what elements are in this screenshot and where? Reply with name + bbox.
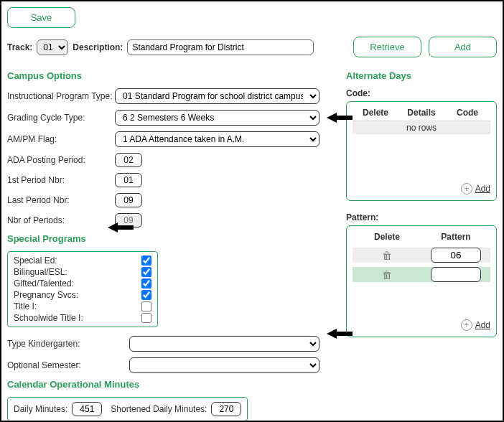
first-period-nbr-label: 1st Period Nbr: [7, 175, 115, 185]
code-label: Code: [346, 88, 497, 98]
nbr-of-periods-input [115, 213, 142, 228]
special-program-label: Title I: [14, 301, 37, 311]
trash-icon[interactable]: 🗑 [382, 269, 392, 281]
description-input[interactable] [127, 39, 314, 55]
pattern-row: 🗑 [353, 267, 490, 282]
pattern-input[interactable] [431, 248, 481, 263]
shortened-daily-minutes-label: Shortened Daily Minutes: [111, 404, 207, 414]
shortened-daily-minutes-input[interactable] [211, 402, 241, 416]
calendar-operational-minutes-header: Calendar Operational Minutes [7, 379, 337, 390]
pattern-col-pattern: Pattern [421, 232, 490, 242]
track-label: Track: [7, 42, 32, 52]
save-button[interactable]: Save [7, 7, 75, 28]
special-program-checkbox[interactable] [141, 313, 151, 323]
daily-minutes-label: Daily Minutes: [14, 404, 67, 414]
trash-icon[interactable]: 🗑 [382, 250, 392, 261]
special-program-label: Schoolwide Title I: [14, 313, 83, 323]
special-programs-box: Special Ed:Bilingual/ESL:Gifted/Talented… [7, 251, 158, 327]
pattern-row: 🗑 [353, 248, 490, 263]
minutes-box: Daily Minutes: Shortened Daily Minutes: [7, 397, 248, 421]
plus-icon[interactable]: + [461, 319, 472, 331]
plus-icon[interactable]: + [461, 183, 472, 194]
pattern-card: Delete Pattern 🗑🗑 + Add [346, 225, 497, 337]
am-pm-flag-label: AM/PM Flag: [7, 134, 115, 144]
optional-semester-select[interactable] [129, 357, 319, 373]
code-col-delete: Delete [353, 108, 398, 118]
daily-minutes-input[interactable] [72, 402, 102, 416]
optional-semester-label: Optional Semester: [7, 360, 129, 370]
code-add-link[interactable]: Add [475, 184, 490, 194]
pattern-col-delete: Delete [353, 232, 421, 242]
campus-options-header: Campus Options [7, 70, 337, 81]
special-program-checkbox[interactable] [141, 301, 151, 311]
code-col-details: Details [398, 108, 444, 118]
last-period-nbr-input[interactable] [115, 193, 142, 207]
special-program-label: Special Ed: [14, 255, 57, 266]
pattern-add-link[interactable]: Add [475, 320, 490, 330]
code-card: Delete Details Code no rows + Add [346, 101, 497, 201]
special-program-checkbox[interactable] [141, 278, 151, 289]
instructional-program-type-label: Instructional Program Type: [7, 91, 115, 101]
description-label: Description: [73, 42, 123, 52]
no-rows-text: no rows [353, 121, 490, 134]
special-program-checkbox[interactable] [141, 255, 151, 266]
track-select[interactable]: 01 [37, 39, 68, 55]
retrieve-button[interactable]: Retrieve [353, 37, 421, 57]
special-program-label: Pregnancy Svcs: [14, 290, 78, 300]
special-program-checkbox[interactable] [141, 290, 151, 300]
type-kindergarten-label: Type Kindergarten: [7, 339, 129, 349]
nbr-of-periods-label: Nbr of Periods: [7, 215, 115, 225]
add-button[interactable]: Add [429, 37, 497, 57]
last-period-nbr-label: Last Period Nbr: [7, 195, 115, 205]
grading-cycle-type-select[interactable]: 6 2 Semesters 6 Weeks [115, 110, 319, 126]
pattern-input[interactable] [431, 267, 481, 282]
type-kindergarten-select[interactable] [129, 336, 319, 352]
special-programs-header: Special Programs [7, 233, 337, 244]
am-pm-flag-select[interactable]: 1 ADA Attendance taken in A.M. [115, 131, 319, 147]
special-program-label: Gifted/Talented: [14, 278, 74, 289]
first-period-nbr-input[interactable] [115, 173, 142, 187]
alternate-days-header: Alternate Days [346, 70, 497, 81]
ada-posting-period-label: ADA Posting Period: [7, 155, 115, 165]
grading-cycle-type-label: Grading Cycle Type: [7, 113, 115, 123]
special-program-checkbox[interactable] [141, 267, 151, 277]
ada-posting-period-input[interactable] [115, 153, 142, 167]
instructional-program-type-select[interactable]: 01 Standard Program for school district … [115, 88, 319, 104]
special-program-label: Bilingual/ESL: [14, 267, 67, 277]
code-col-code: Code [444, 108, 490, 118]
pattern-label: Pattern: [346, 212, 497, 222]
